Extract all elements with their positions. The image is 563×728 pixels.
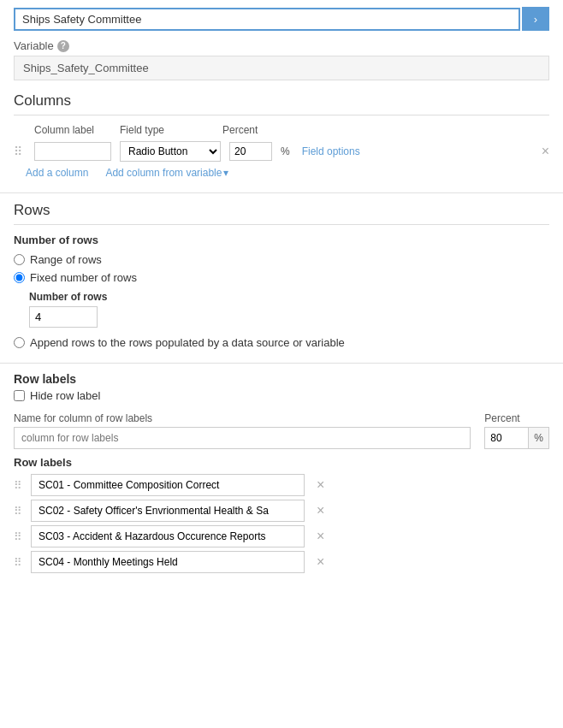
variable-info-icon[interactable]: ? [57, 40, 69, 52]
row-remove-btn-2[interactable]: × [317, 503, 324, 518]
pct-sign: % [529, 427, 549, 449]
name-col-label: Name for column of row labels [14, 412, 471, 424]
add-from-variable-link[interactable]: Add column from variable ▾ [105, 167, 228, 179]
col-percent-header: Percent [222, 124, 291, 136]
column-label-input[interactable] [34, 142, 111, 161]
chevron-down-icon: ▾ [223, 167, 228, 179]
fixed-number-label: Fixed number of rows [30, 271, 137, 284]
column-remove-button[interactable]: × [542, 144, 549, 159]
row-drag-handle-1[interactable]: ⠿ [14, 479, 26, 492]
row-drag-handle-4[interactable]: ⠿ [14, 556, 26, 569]
percent-col-label: Percent [484, 412, 549, 424]
append-rows-option[interactable]: Append rows to the rows populated by a d… [14, 336, 549, 349]
row-drag-handle-2[interactable]: ⠿ [14, 505, 26, 518]
title-input[interactable] [14, 8, 520, 31]
variable-section: Variable ? Ships_Safety_Committee [14, 39, 549, 80]
range-of-rows-label: Range of rows [30, 253, 102, 266]
col-fieldtype-header: Field type [120, 124, 214, 136]
rows-section-header: Rows [14, 202, 549, 225]
name-col-input[interactable] [14, 427, 471, 449]
fixed-number-radio[interactable] [14, 272, 25, 283]
number-of-rows-title: Number of rows [14, 234, 549, 246]
fixed-number-option[interactable]: Fixed number of rows [14, 271, 549, 284]
range-of-rows-radio[interactable] [14, 254, 25, 265]
hide-row-label-text[interactable]: Hide row label [30, 389, 100, 402]
row-remove-btn-4[interactable]: × [317, 554, 324, 570]
column-drag-handle[interactable]: ⠿ [14, 145, 26, 158]
list-item: ⠿ × [14, 525, 549, 547]
title-arrow-button[interactable]: › [522, 7, 549, 31]
row-label-input-2[interactable] [31, 500, 305, 522]
row-label-input-1[interactable] [31, 474, 305, 496]
append-rows-radio[interactable] [14, 337, 25, 348]
columns-section: Column label Field type Percent ⠿ Radio … [14, 124, 549, 179]
row-labels-sub-title: Row labels [14, 456, 549, 469]
arrow-right-icon: › [534, 13, 537, 26]
hide-row-label-checkbox[interactable] [14, 390, 25, 401]
list-item: ⠿ × [14, 500, 549, 522]
row-drag-handle-3[interactable]: ⠿ [14, 530, 26, 543]
hide-row-label-row: Hide row label [14, 389, 549, 402]
row-remove-btn-1[interactable]: × [317, 477, 324, 493]
percent-sign: % [281, 145, 290, 157]
variable-text: Variable [14, 39, 54, 52]
row-label-input-4[interactable] [31, 551, 305, 573]
number-of-rows-input-group: Number of rows [29, 291, 549, 328]
column-fieldtype-select[interactable]: Radio Button Checkbox Text Number [120, 141, 221, 162]
list-item: ⠿ × [14, 474, 549, 496]
variable-value: Ships_Safety_Committee [14, 56, 549, 80]
name-percent-row: Name for column of row labels Percent % [14, 412, 549, 449]
percent-col-input[interactable] [484, 427, 529, 449]
percent-col-inner: % [484, 427, 549, 449]
rows-section: Number of rows Range of rows Fixed numbe… [14, 234, 549, 349]
add-column-link[interactable]: Add a column [26, 167, 88, 179]
rows-radio-group: Range of rows Fixed number of rows [14, 253, 549, 284]
range-of-rows-option[interactable]: Range of rows [14, 253, 549, 266]
row-label-input-3[interactable] [31, 525, 305, 547]
add-from-variable-text: Add column from variable [105, 167, 222, 179]
column-headers-row: Column label Field type Percent [14, 124, 549, 136]
row-labels-title: Row labels [14, 372, 549, 386]
variable-label: Variable ? [14, 39, 549, 52]
name-col: Name for column of row labels [14, 412, 471, 449]
field-options-link[interactable]: Field options [302, 145, 360, 157]
title-row: › [14, 7, 549, 31]
percent-col: Percent % [484, 412, 549, 449]
row-labels-section: Row labels Hide row label Name for colum… [14, 372, 549, 573]
column-footer: Add a column Add column from variable ▾ [14, 167, 549, 179]
column-percent-input[interactable] [229, 142, 272, 161]
row-remove-btn-3[interactable]: × [317, 529, 324, 544]
col-label-header: Column label [34, 124, 111, 136]
columns-section-header: Columns [14, 92, 549, 115]
row-labels-list: ⠿ × ⠿ × ⠿ × ⠿ × [14, 474, 549, 573]
rows-count-input[interactable] [29, 306, 98, 328]
list-item: ⠿ × [14, 551, 549, 573]
column-row: ⠿ Radio Button Checkbox Text Number % Fi… [14, 141, 549, 162]
page-container: › Variable ? Ships_Safety_Committee Colu… [0, 7, 563, 573]
number-label: Number of rows [29, 291, 549, 303]
append-rows-label: Append rows to the rows populated by a d… [30, 336, 345, 349]
